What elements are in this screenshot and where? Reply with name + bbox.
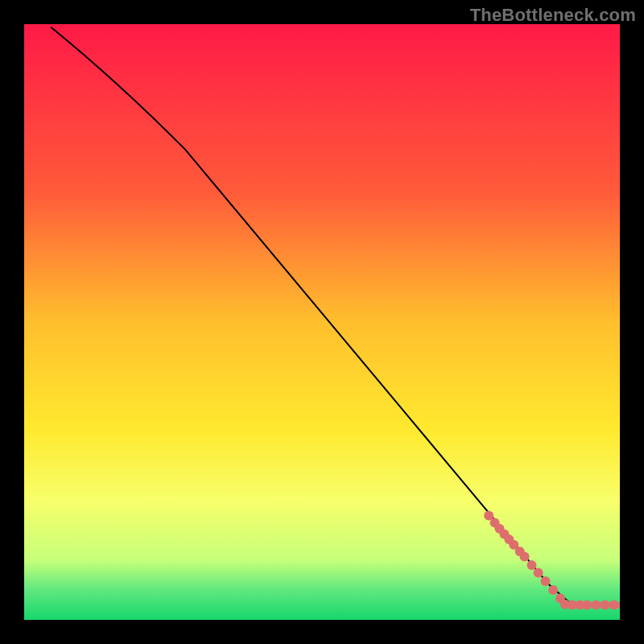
gradient-background: [24, 24, 620, 620]
chart-svg: [24, 24, 620, 620]
scatter-dot: [609, 601, 619, 610]
scatter-dot: [526, 560, 536, 570]
scatter-dot: [582, 601, 592, 610]
scatter-dot: [520, 552, 530, 562]
plot-area: [24, 24, 620, 620]
watermark-text: TheBottleneck.com: [470, 5, 636, 26]
scatter-dot: [601, 601, 610, 610]
scatter-dot: [541, 576, 551, 586]
scatter-dot: [591, 601, 601, 610]
scatter-dot: [548, 585, 558, 595]
chart-frame: TheBottleneck.com: [0, 0, 644, 644]
scatter-dot: [534, 568, 543, 578]
